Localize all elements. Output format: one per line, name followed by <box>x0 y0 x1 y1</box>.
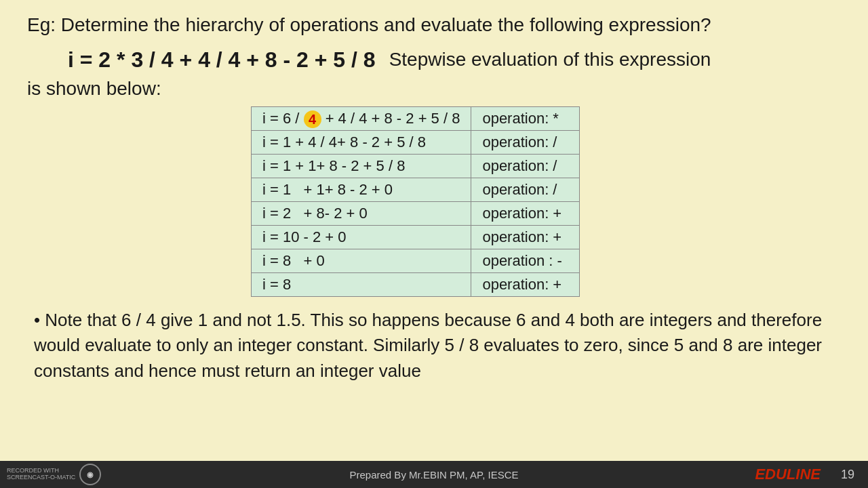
expr-cell: i = 1 + 1+ 8 - 2 + 0 <box>252 178 471 201</box>
op-cell: operation : - <box>471 249 580 272</box>
table-row: i = 8 + 0 operation : - <box>252 249 580 272</box>
op-cell: operation: / <box>471 154 580 178</box>
op-cell: operation: + <box>471 225 580 249</box>
op-cell: operation: + <box>471 201 580 225</box>
is-shown-text: is shown below: <box>27 78 841 100</box>
prepared-by: Prepared By Mr.EBIN PM, AP, IESCE <box>350 469 519 481</box>
brand-name: EDULINE <box>755 466 821 483</box>
expression-line: i = 2 * 3 / 4 + 4 / 4 + 8 - 2 + 5 / 8 St… <box>27 47 841 73</box>
expr-cell: i = 10 - 2 + 0 <box>252 225 471 249</box>
expr-cell: i = 2 + 8- 2 + 0 <box>252 201 471 225</box>
table-row: i = 8 operation: + <box>252 272 580 296</box>
steps-table: i = 6 / 4 + 4 / 4 + 8 - 2 + 5 / 8 operat… <box>251 106 580 297</box>
table-row: i = 2 + 8- 2 + 0 operation: + <box>252 201 580 225</box>
question-text: Eg: Determine the hierarchy of operation… <box>27 12 841 38</box>
expr-cell: i = 1 + 1+ 8 - 2 + 5 / 8 <box>252 154 471 178</box>
main-expression: i = 2 * 3 / 4 + 4 / 4 + 8 - 2 + 5 / 8 <box>68 47 376 73</box>
footer-right: EDULINE 19 <box>755 466 854 483</box>
note-section: • Note that 6 / 4 give 1 and not 1.5. Th… <box>27 308 841 384</box>
table-row: i = 1 + 1+ 8 - 2 + 5 / 8 operation: / <box>252 154 580 178</box>
table-row: i = 1 + 1+ 8 - 2 + 0 operation: / <box>252 178 580 201</box>
expr-cell: i = 6 / 4 + 4 / 4 + 8 - 2 + 5 / 8 <box>252 106 471 130</box>
op-cell: operation: * <box>471 106 580 130</box>
steps-table-wrapper: i = 6 / 4 + 4 / 4 + 8 - 2 + 5 / 8 operat… <box>251 106 841 297</box>
expr-cell: i = 1 + 4 / 4+ 8 - 2 + 5 / 8 <box>252 130 471 154</box>
table-row: i = 6 / 4 + 4 / 4 + 8 - 2 + 5 / 8 operat… <box>252 106 580 130</box>
footer-center: Prepared By Mr.EBIN PM, AP, IESCE <box>350 469 519 481</box>
highlight-circle: 4 <box>304 110 321 128</box>
expression-desc: Stepwise evaluation of this expression <box>389 49 711 70</box>
expr-cell: i = 8 + 0 <box>252 249 471 272</box>
op-cell: operation: / <box>471 178 580 201</box>
screencast-label: RECORDED WITHSCREENCAST-O-MATIC <box>7 468 75 481</box>
slide-content: Eg: Determine the hierarchy of operation… <box>0 0 868 391</box>
question-label: Eg: Determine the hierarchy of operation… <box>27 14 711 35</box>
page-number: 19 <box>841 468 854 482</box>
screencast-icon: ◉ <box>79 464 101 485</box>
expr-cell: i = 8 <box>252 272 471 296</box>
footer: RECORDED WITHSCREENCAST-O-MATIC ◉ Prepar… <box>0 461 868 488</box>
table-row: i = 10 - 2 + 0 operation: + <box>252 225 580 249</box>
footer-left: RECORDED WITHSCREENCAST-O-MATIC ◉ <box>7 464 101 485</box>
table-row: i = 1 + 4 / 4+ 8 - 2 + 5 / 8 operation: … <box>252 130 580 154</box>
op-cell: operation: + <box>471 272 580 296</box>
note-text: • Note that 6 / 4 give 1 and not 1.5. Th… <box>34 310 822 381</box>
op-cell: operation: / <box>471 130 580 154</box>
